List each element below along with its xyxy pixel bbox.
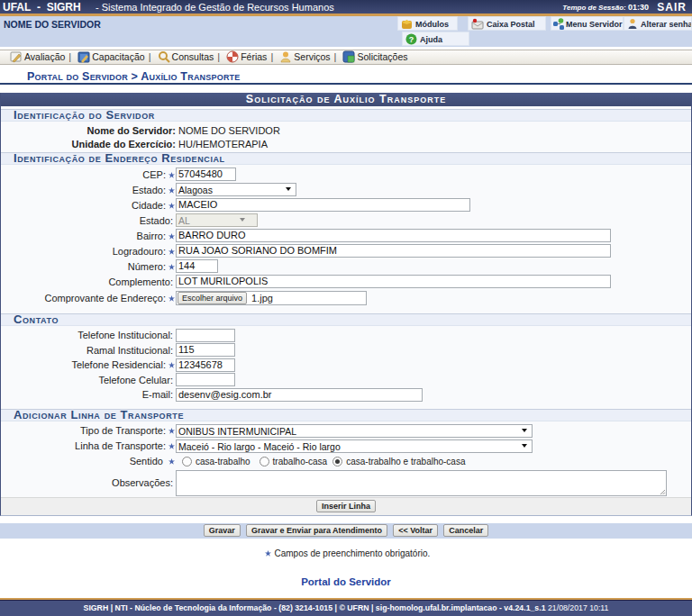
svg-text:?: ?: [409, 35, 414, 44]
